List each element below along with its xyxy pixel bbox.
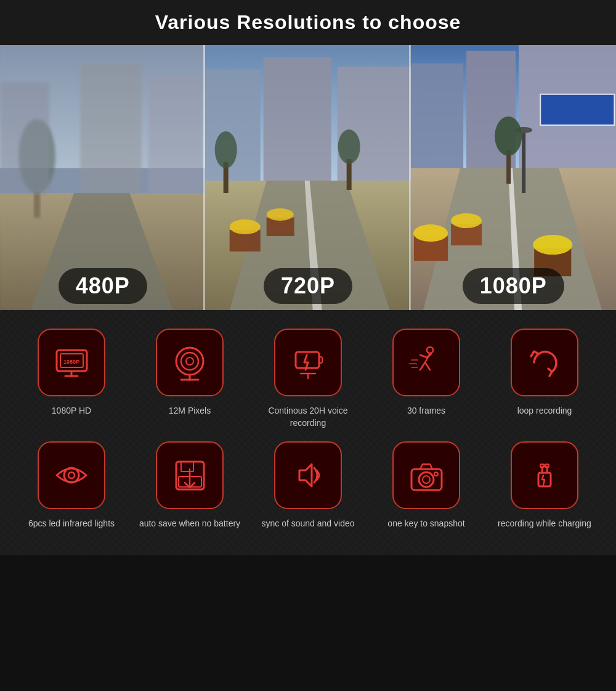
svg-point-51 (186, 358, 193, 365)
svg-point-39 (533, 235, 572, 255)
svg-rect-32 (540, 94, 614, 125)
feature-30frames: 30 frames (374, 329, 479, 417)
resolution-section: 480P (0, 45, 616, 310)
save-icon (170, 456, 210, 496)
battery-recording-icon (288, 343, 328, 383)
svg-line-63 (425, 362, 430, 370)
features-row-1: 1080P 1080P HD (12, 329, 604, 429)
svg-point-49 (176, 348, 203, 375)
svg-point-43 (495, 117, 522, 156)
save-icon-wrap (156, 441, 224, 509)
camera-lens-icon-wrap (156, 329, 224, 396)
sound-icon-wrap (274, 441, 342, 509)
svg-point-35 (413, 224, 448, 242)
loop-icon-wrap (511, 329, 578, 396)
feature-cont20h-label: Continous 20H voice recording (256, 405, 360, 429)
loop-icon (525, 343, 565, 383)
svg-point-15 (230, 219, 261, 234)
resolution-label-wrap-480p: 480P (0, 268, 205, 304)
feature-loop-label: loop recording (517, 405, 572, 417)
svg-rect-19 (264, 57, 331, 181)
svg-rect-70 (181, 462, 193, 472)
svg-line-62 (420, 362, 425, 370)
charging-icon (525, 456, 565, 496)
feature-cont20h: Continous 20H voice recording (256, 329, 360, 429)
feature-charging: recording while charging (492, 441, 597, 530)
eye-icon (52, 456, 92, 496)
resolution-label-480p: 480P (59, 268, 147, 304)
svg-point-22 (215, 131, 237, 168)
svg-point-37 (451, 213, 482, 228)
resolution-label-1080p: 1080P (463, 268, 564, 304)
svg-point-75 (423, 476, 430, 483)
feature-led: 6pcs led infrared lights (19, 441, 124, 530)
feature-loop: loop recording (492, 329, 597, 417)
resolution-panel-720p: 720P (205, 45, 410, 310)
resolution-label-wrap-720p: 720P (205, 268, 410, 304)
feature-30frames-label: 30 frames (407, 405, 445, 417)
camera-lens-icon (170, 343, 210, 383)
running-icon (407, 343, 447, 383)
svg-point-74 (419, 472, 434, 487)
feature-sync: sync of sound and video (256, 441, 360, 530)
svg-rect-40 (522, 131, 525, 193)
running-icon-wrap (392, 329, 460, 396)
resolution-label-720p: 720P (264, 268, 352, 304)
hd-icon-wrap: 1080P (38, 329, 105, 396)
feature-charging-label: recording while charging (498, 518, 591, 530)
camera-icon-wrap (392, 441, 460, 509)
feature-12mpx: 12M Pixels (137, 329, 242, 417)
svg-point-67 (64, 468, 79, 483)
feature-autosave-label: auto save when no battery (139, 518, 240, 530)
svg-rect-29 (411, 63, 463, 168)
hd-icon: 1080P (52, 343, 92, 383)
svg-text:1080P: 1080P (63, 359, 79, 365)
features-section: 1080P 1080P HD (0, 310, 616, 555)
svg-point-68 (68, 472, 75, 478)
features-row-2: 6pcs led infrared lights auto save when … (12, 441, 604, 530)
feature-snapshot: one key to snapshot (374, 441, 479, 530)
resolution-label-wrap-1080p: 1080P (411, 268, 616, 304)
svg-point-17 (267, 208, 294, 221)
charging-icon-wrap (511, 441, 578, 509)
svg-point-76 (434, 472, 438, 476)
camera-icon (407, 456, 447, 496)
page-header: Various Resolutions to choose (0, 0, 616, 45)
resolution-panel-480p: 480P (0, 45, 205, 310)
feature-sync-label: sync of sound and video (262, 518, 355, 530)
feature-led-label: 6pcs led infrared lights (28, 518, 115, 530)
feature-hd1080: 1080P 1080P HD (19, 329, 124, 417)
svg-line-60 (420, 355, 428, 358)
feature-12mpx-label: 12M Pixels (169, 405, 211, 417)
feature-snapshot-label: one key to snapshot (387, 518, 464, 530)
svg-point-58 (427, 347, 433, 353)
svg-point-24 (338, 129, 360, 164)
svg-rect-55 (319, 357, 322, 363)
page-title: Various Resolutions to choose (6, 11, 610, 34)
eye-icon-wrap (38, 441, 105, 509)
battery-recording-icon-wrap (274, 329, 342, 396)
svg-point-50 (181, 353, 198, 370)
feature-hd1080-label: 1080P HD (52, 405, 91, 417)
sound-icon (288, 456, 328, 496)
feature-autosave: auto save when no battery (137, 441, 242, 530)
resolution-panel-1080p: 1080P (411, 45, 616, 310)
